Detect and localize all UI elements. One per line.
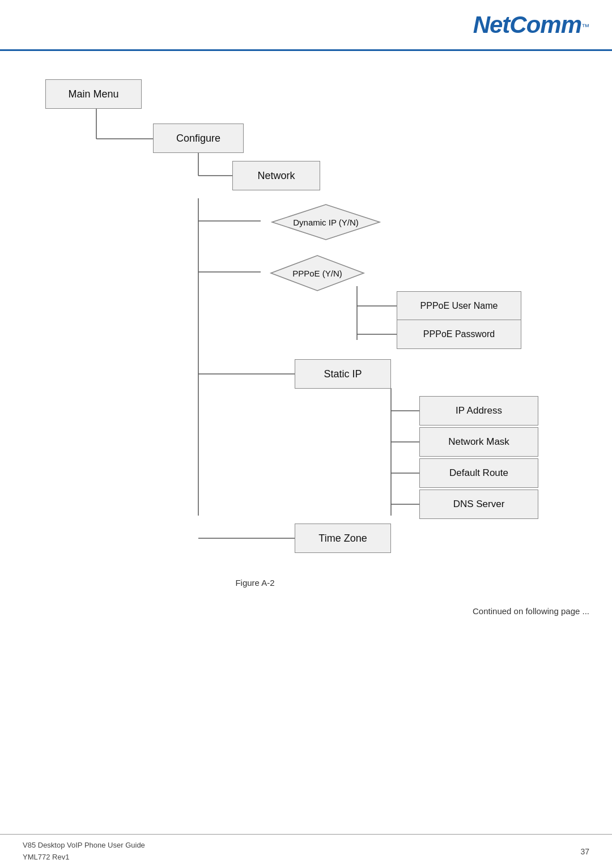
- dns-server-box: DNS Server: [419, 490, 538, 519]
- dynamic-ip-diamond: Dynamic IP (Y/N): [261, 203, 391, 241]
- time-zone-box: Time Zone: [295, 524, 391, 553]
- diagram-area: Main Menu Configure Network Dynamic IP (…: [23, 57, 589, 828]
- main-menu-box: Main Menu: [45, 79, 142, 109]
- logo: NetComm™: [473, 11, 589, 39]
- footer-line2: YML772 Rev1: [23, 852, 145, 863]
- logo-tm: ™: [581, 22, 589, 31]
- static-ip-box: Static IP: [295, 359, 391, 389]
- default-route-box: Default Route: [419, 458, 538, 488]
- footer-page-number: 37: [580, 847, 589, 856]
- logo-text: NetComm: [473, 11, 581, 38]
- continued-text: Continued on following page ...: [473, 606, 589, 616]
- ip-address-box: IP Address: [419, 396, 538, 426]
- page-footer: V85 Desktop VoIP Phone User Guide YML772…: [0, 834, 612, 868]
- pppoe-password-box: PPPoE Password: [397, 320, 521, 349]
- page-header: NetComm™: [0, 0, 612, 51]
- configure-box: Configure: [153, 124, 244, 153]
- network-mask-box: Network Mask: [419, 427, 538, 457]
- network-box: Network: [232, 161, 320, 190]
- footer-left: V85 Desktop VoIP Phone User Guide YML772…: [23, 840, 145, 863]
- figure-caption: Figure A-2: [193, 578, 317, 588]
- pppoe-diamond: PPPoE (Y/N): [261, 254, 374, 292]
- footer-line1: V85 Desktop VoIP Phone User Guide: [23, 840, 145, 852]
- pppoe-username-box: PPPoE User Name: [397, 291, 521, 321]
